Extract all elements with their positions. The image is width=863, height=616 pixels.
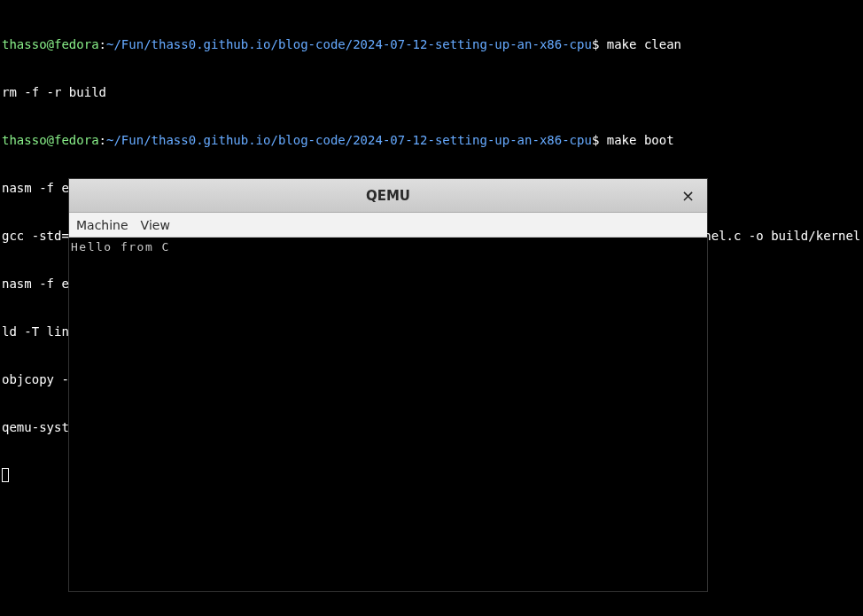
command-text: make clean bbox=[607, 37, 681, 51]
prompt-path: ~/Fun/thass0.github.io/blog-code/2024-07… bbox=[106, 133, 592, 147]
output-line: rm -f -r build bbox=[2, 84, 861, 100]
prompt-user: thasso@fedora bbox=[2, 37, 99, 51]
prompt-line-2: thasso@fedora:~/Fun/thass0.github.io/blo… bbox=[2, 132, 861, 148]
menu-view[interactable]: View bbox=[141, 217, 170, 233]
terminal-cursor bbox=[2, 468, 9, 482]
qemu-titlebar[interactable]: QEMU × bbox=[69, 179, 707, 213]
prompt-dollar: $ bbox=[592, 37, 607, 51]
qemu-menubar: Machine View bbox=[69, 213, 707, 238]
close-icon[interactable]: × bbox=[678, 186, 698, 206]
prompt-user: thasso@fedora bbox=[2, 133, 99, 147]
prompt-line-1: thasso@fedora:~/Fun/thass0.github.io/blo… bbox=[2, 36, 861, 52]
command-text: make boot bbox=[607, 133, 674, 147]
prompt-path: ~/Fun/thass0.github.io/blog-code/2024-07… bbox=[106, 37, 592, 51]
qemu-window-title: QEMU bbox=[366, 188, 410, 204]
prompt-colon: : bbox=[99, 37, 106, 51]
menu-machine[interactable]: Machine bbox=[76, 217, 128, 233]
qemu-display: Hello from C bbox=[69, 238, 707, 591]
prompt-colon: : bbox=[99, 133, 106, 147]
qemu-output-text: Hello from C bbox=[71, 239, 705, 255]
prompt-dollar: $ bbox=[592, 133, 607, 147]
qemu-window[interactable]: QEMU × Machine View Hello from C bbox=[69, 179, 707, 591]
